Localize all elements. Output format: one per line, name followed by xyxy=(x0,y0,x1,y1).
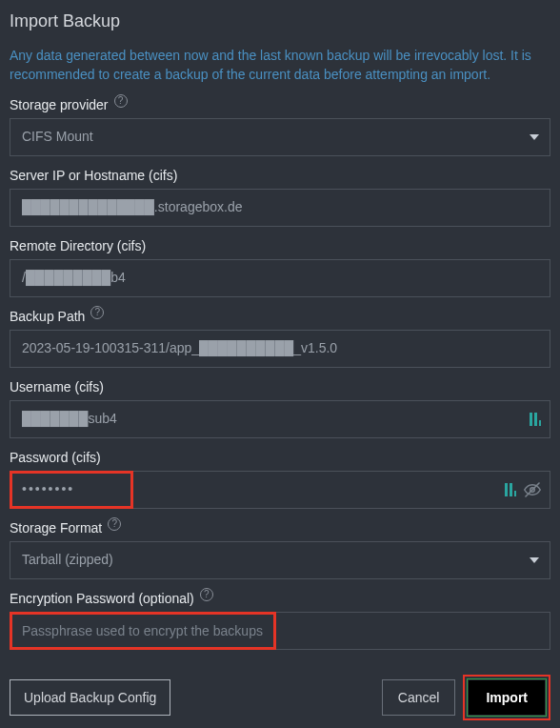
field-password: Password (cifs) •••••••• xyxy=(10,450,550,509)
field-remote-directory: Remote Directory (cifs) /█████████b4 xyxy=(10,238,550,297)
field-username: Username (cifs) ███████sub4 xyxy=(10,379,550,438)
dialog-title: Import Backup xyxy=(10,11,550,31)
cancel-button[interactable]: Cancel xyxy=(382,679,456,716)
button-row: Upload Backup Config Cancel Import xyxy=(10,675,550,720)
warning-text: Any data generated between now and the l… xyxy=(10,47,550,84)
svg-rect-1 xyxy=(534,413,537,426)
help-icon[interactable]: ? xyxy=(200,588,213,601)
import-button[interactable]: Import xyxy=(469,680,545,715)
help-icon[interactable]: ? xyxy=(90,306,104,319)
svg-rect-0 xyxy=(530,413,532,426)
password-manager-icon[interactable] xyxy=(505,483,516,496)
username-input[interactable]: ███████sub4 xyxy=(10,400,550,438)
eye-off-icon[interactable] xyxy=(524,481,541,498)
storage-provider-label: Storage provider xyxy=(10,97,109,112)
svg-rect-2 xyxy=(539,420,541,426)
help-icon[interactable]: ? xyxy=(114,94,128,108)
field-storage-format: Storage Format ? Tarball (zipped) xyxy=(10,520,550,579)
field-storage-provider: Storage provider ? CIFS Mount xyxy=(10,97,550,156)
storage-format-select[interactable]: Tarball (zipped) xyxy=(10,541,550,579)
encryption-password-input[interactable] xyxy=(10,612,550,650)
storage-format-label: Storage Format xyxy=(10,520,102,536)
password-label: Password (cifs) xyxy=(10,450,101,465)
annotation-highlight: Import xyxy=(463,675,550,720)
field-backup-path: Backup Path ? 2023-05-19-100315-311/app_… xyxy=(10,309,550,368)
backup-path-input[interactable]: 2023-05-19-100315-311/app_██████████_v1.… xyxy=(10,330,550,368)
upload-backup-config-button[interactable]: Upload Backup Config xyxy=(10,679,170,716)
svg-rect-5 xyxy=(514,491,516,496)
help-icon[interactable]: ? xyxy=(108,517,121,531)
username-label: Username (cifs) xyxy=(10,379,104,394)
svg-rect-3 xyxy=(505,483,508,496)
encryption-password-label: Encryption Password (optional) xyxy=(10,591,194,606)
password-input[interactable]: •••••••• xyxy=(10,471,550,509)
field-encryption-password: Encryption Password (optional) ? xyxy=(10,591,550,650)
server-ip-input[interactable]: ██████████████.storagebox.de xyxy=(10,189,550,227)
remote-directory-label: Remote Directory (cifs) xyxy=(10,238,146,253)
password-manager-icon[interactable] xyxy=(530,413,541,426)
server-ip-label: Server IP or Hostname (cifs) xyxy=(10,168,177,183)
backup-path-label: Backup Path xyxy=(10,309,85,324)
field-server-ip: Server IP or Hostname (cifs) ███████████… xyxy=(10,168,550,227)
svg-rect-4 xyxy=(510,483,512,496)
storage-provider-select[interactable]: CIFS Mount xyxy=(10,118,550,156)
remote-directory-input[interactable]: /█████████b4 xyxy=(10,259,550,297)
